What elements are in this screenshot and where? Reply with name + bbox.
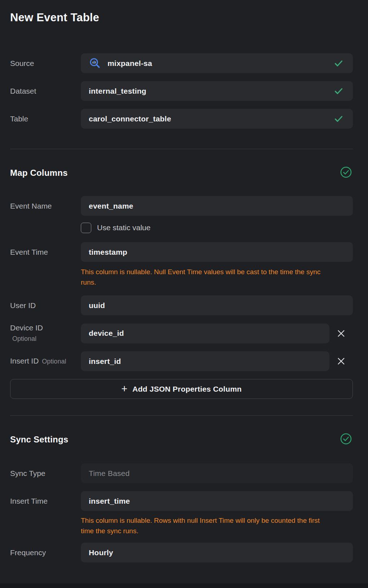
device-id-label: Device ID Optional — [10, 323, 81, 343]
warning-text: This column is nullable. Rows with null … — [81, 515, 353, 526]
check-icon — [334, 116, 343, 122]
table-field[interactable]: carol_connector_table — [81, 109, 353, 129]
check-icon — [334, 88, 343, 94]
warning-text: time the sync runs. — [81, 526, 353, 536]
device-id-field[interactable]: device_id — [81, 324, 329, 343]
x-icon — [337, 329, 345, 338]
frequency-field[interactable]: Hourly — [81, 543, 353, 562]
add-json-properties-button[interactable]: + Add JSON Properties Column — [10, 379, 353, 399]
insert-id-value: insert_id — [89, 357, 121, 366]
event-time-value: timestamp — [89, 248, 127, 257]
source-field[interactable]: mixpanel-sa — [81, 53, 353, 73]
panel-bottom-edge — [0, 583, 368, 588]
event-name-value: event_name — [89, 202, 133, 210]
insert-time-warning: This column is nullable. Rows with null … — [81, 515, 353, 536]
insert-time-value: insert_time — [89, 497, 130, 505]
insert-id-row: Insert ID Optional insert_id — [10, 351, 353, 371]
table-value: carol_connector_table — [89, 115, 171, 123]
sync-type-field: Time Based — [81, 463, 353, 483]
section-divider — [10, 149, 353, 149]
insert-id-optional-note: Optional — [42, 357, 66, 366]
event-name-row: Event Name event_name — [10, 196, 353, 216]
use-static-value-checkbox[interactable] — [81, 223, 91, 233]
table-label: Table — [10, 114, 81, 124]
source-value: mixpanel-sa — [108, 59, 152, 68]
insert-id-label: Insert ID Optional — [10, 356, 81, 366]
device-id-optional-note: Optional — [10, 334, 81, 343]
event-time-field[interactable]: timestamp — [81, 242, 353, 262]
x-icon — [337, 357, 345, 365]
sync-type-label: Sync Type — [10, 469, 81, 478]
event-time-label: Event Time — [10, 248, 81, 257]
device-id-row: Device ID Optional device_id — [10, 323, 353, 343]
insert-time-row: Insert Time insert_time — [10, 491, 353, 511]
remove-device-id-button[interactable] — [335, 327, 347, 339]
table-row: Table carol_connector_table — [10, 109, 353, 129]
event-time-row: Event Time timestamp — [10, 242, 353, 262]
sync-type-row: Sync Type Time Based — [10, 463, 353, 483]
insert-time-field[interactable]: insert_time — [81, 491, 353, 511]
map-columns-heading: Map Columns — [10, 167, 68, 179]
check-icon — [334, 60, 343, 67]
page-title: New Event Table — [10, 0, 353, 24]
warning-text: This column is nullable. Null Event Time… — [81, 267, 353, 277]
dataset-label: Dataset — [10, 86, 81, 96]
source-label: Source — [10, 59, 81, 68]
section-divider — [10, 415, 353, 416]
metrics-search-icon — [89, 57, 101, 70]
dataset-value: internal_testing — [89, 87, 146, 95]
event-name-label: Event Name — [10, 201, 81, 211]
source-row: Source mixpanel-sa — [10, 53, 353, 73]
device-id-remove-slot — [329, 327, 353, 339]
sync-type-value: Time Based — [89, 469, 130, 478]
new-event-table-panel: New Event Table Source mixpanel-sa — [0, 0, 368, 588]
map-columns-heading-row: Map Columns — [10, 166, 353, 179]
insert-id-remove-slot — [329, 355, 353, 368]
insert-id-field[interactable]: insert_id — [81, 351, 329, 371]
dataset-field[interactable]: internal_testing — [81, 81, 353, 101]
sync-settings-heading: Sync Settings — [10, 434, 68, 445]
dataset-row: Dataset internal_testing — [10, 81, 353, 101]
circle-check-icon — [340, 433, 352, 446]
remove-insert-id-button[interactable] — [335, 355, 347, 368]
frequency-label: Frequency — [10, 548, 81, 557]
static-value-row: Use static value — [81, 222, 353, 233]
use-static-value-label: Use static value — [97, 223, 150, 232]
user-id-field[interactable]: uuid — [81, 295, 353, 315]
event-time-warning: This column is nullable. Null Event Time… — [81, 267, 353, 288]
user-id-value: uuid — [89, 301, 105, 310]
frequency-row: Frequency Hourly — [10, 543, 353, 562]
plus-icon: + — [121, 384, 127, 394]
add-json-properties-label: Add JSON Properties Column — [132, 385, 242, 393]
frequency-value: Hourly — [89, 548, 113, 557]
sync-settings-heading-row: Sync Settings — [10, 433, 353, 446]
circle-check-icon — [340, 166, 352, 179]
insert-time-label: Insert Time — [10, 496, 81, 506]
warning-text: runs. — [81, 277, 353, 288]
event-name-field[interactable]: event_name — [81, 196, 353, 216]
user-id-label: User ID — [10, 301, 81, 310]
user-id-row: User ID uuid — [10, 295, 353, 315]
device-id-value: device_id — [89, 329, 124, 338]
